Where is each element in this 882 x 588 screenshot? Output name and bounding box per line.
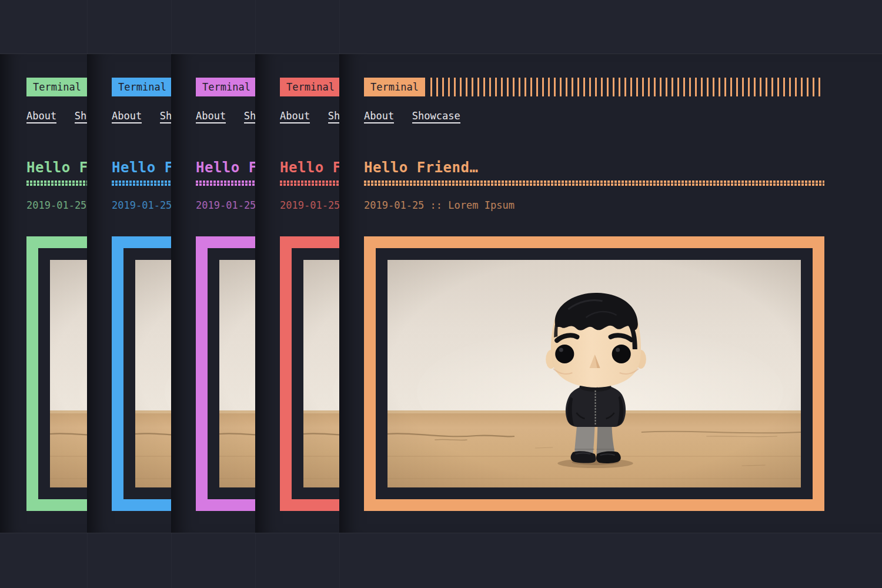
funko-figure-photo: [135, 260, 171, 487]
photo-vignette: [219, 260, 255, 487]
post-title: Hello Friend…: [364, 161, 824, 175]
top-band-divider: [0, 54, 882, 54]
photo-vignette: [303, 260, 339, 487]
theme-card-blue: Terminal About Showcase Hello Friend… 20…: [87, 54, 171, 533]
photo-vignette: [50, 260, 87, 487]
nav-link-about[interactable]: About: [26, 111, 56, 123]
post-image-frame: [196, 236, 255, 511]
bottom-band-divider: [0, 533, 882, 533]
post-image-frame: [26, 236, 87, 511]
nav-link-about[interactable]: About: [364, 111, 394, 123]
theme-card-red: Terminal About Showcase Hello Friend… 20…: [255, 54, 339, 533]
funko-figure-photo: [387, 260, 801, 487]
logo-decoration-bars-icon: [430, 78, 824, 96]
theme-cards-stack: Terminal About Showcase Hello Friend… 20…: [0, 0, 882, 588]
main-nav: About Showcase: [26, 111, 87, 123]
main-nav: About Showcase: [112, 111, 171, 123]
photo-vignette: [135, 260, 171, 487]
post-title-divider: [112, 181, 171, 186]
post-title: Hello Friend…: [196, 161, 255, 175]
post-title: Hello Friend…: [26, 161, 87, 175]
post-meta: 2019-01-25 :: Lorem Ipsum: [112, 201, 171, 211]
site-logo[interactable]: Terminal: [280, 78, 339, 96]
post-meta: 2019-01-25 :: Lorem Ipsum: [196, 201, 255, 211]
main-nav: About Showcase: [196, 111, 255, 123]
site-logo[interactable]: Terminal: [26, 78, 87, 96]
post-meta: 2019-01-25 :: Lorem Ipsum: [364, 201, 824, 211]
nav-link-showcase[interactable]: Showcase: [244, 111, 255, 123]
post-title-divider: [196, 181, 255, 186]
site-logo[interactable]: Terminal: [196, 78, 255, 96]
post-image-frame: [112, 236, 171, 511]
theme-card-orange: Terminal About Showcase Hello Friend… 20…: [339, 54, 882, 533]
post-meta: 2019-01-25 :: Lorem Ipsum: [280, 201, 339, 211]
site-header: Terminal: [280, 78, 339, 96]
nav-link-about[interactable]: About: [112, 111, 142, 123]
post-title-divider: [364, 181, 824, 186]
nav-link-about[interactable]: About: [196, 111, 226, 123]
nav-link-showcase[interactable]: Showcase: [160, 111, 171, 123]
site-logo[interactable]: Terminal: [112, 78, 171, 96]
site-logo[interactable]: Terminal: [364, 78, 425, 96]
post-title: Hello Friend…: [112, 161, 171, 175]
nav-link-showcase[interactable]: Showcase: [412, 111, 460, 123]
theme-card-green: Terminal About Showcase Hello Friend… 20…: [0, 54, 87, 533]
site-header: Terminal: [196, 78, 255, 96]
post-image-frame: [364, 236, 824, 511]
post-title: Hello Friend…: [280, 161, 339, 175]
site-header: Terminal: [112, 78, 171, 96]
photo-vignette: [387, 260, 801, 487]
funko-figure-photo: [50, 260, 87, 487]
funko-figure-photo: [303, 260, 339, 487]
main-nav: About Showcase: [280, 111, 339, 123]
site-header: Terminal: [26, 78, 87, 96]
post-meta: 2019-01-25 :: Lorem Ipsum: [26, 201, 87, 211]
nav-link-about[interactable]: About: [280, 111, 310, 123]
site-header: Terminal: [364, 78, 824, 96]
post-title-divider: [26, 181, 87, 186]
funko-figure-photo: [219, 260, 255, 487]
main-nav: About Showcase: [364, 111, 824, 123]
nav-link-showcase[interactable]: Showcase: [75, 111, 87, 123]
post-title-divider: [280, 181, 339, 186]
nav-link-showcase[interactable]: Showcase: [328, 111, 339, 123]
post-image-frame: [280, 236, 339, 511]
theme-card-pink: Terminal About Showcase Hello Friend… 20…: [171, 54, 255, 533]
